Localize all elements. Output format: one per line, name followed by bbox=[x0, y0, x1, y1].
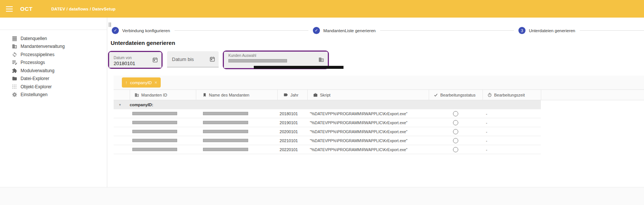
building-icon[interactable] bbox=[318, 57, 324, 62]
column-header-bearbeitungszeit[interactable]: Bearbeitungszeit bbox=[483, 90, 541, 100]
sidebar-item-datenquellen[interactable]: Datenquellen bbox=[0, 34, 107, 43]
sidebar-item-objekt-explorer[interactable]: Objekt-Explorer bbox=[0, 83, 107, 91]
table-row[interactable]: 20200101 "%DATEVPP%\PROGRAMM\RWAPPLIC\Kr… bbox=[114, 127, 541, 136]
redacted-mandanten-id bbox=[132, 121, 177, 124]
sidebar-item-prozesslogs[interactable]: Prozesslogs bbox=[0, 59, 107, 67]
jahr-cell: 20200101 bbox=[277, 129, 307, 134]
skript-cell: "%DATEVPP%\PROGRAMM\RWAPPLIC\KrExport.ex… bbox=[307, 138, 429, 143]
header-filler bbox=[541, 90, 644, 100]
column-label: Jahr bbox=[290, 93, 298, 97]
zeit-cell: - bbox=[483, 147, 541, 152]
rows-icon bbox=[12, 36, 17, 41]
column-header-name-des-mandanten[interactable]: Name des Mandanten bbox=[196, 90, 277, 100]
step-verbindung-konfigurieren[interactable]: ✓ Verbindung konfigurieren bbox=[112, 27, 170, 34]
stopwatch-icon bbox=[487, 93, 492, 97]
column-header-bearbeitungsstatus[interactable]: Bearbeitungsstatus bbox=[429, 90, 483, 100]
status-circle-icon bbox=[453, 147, 458, 152]
group-chip-companyid[interactable]: ↑ companyID × bbox=[122, 77, 161, 88]
sidebar-item-datei-explorer[interactable]: Datei-Explorer bbox=[0, 75, 107, 83]
field-label: Datum von bbox=[114, 56, 152, 60]
app-window: OCT DATEV / dataflows / DatevSetup Daten… bbox=[0, 0, 644, 205]
skript-cell: "%DATEVPP%\PROGRAMM\RWAPPLIC\KrExport.ex… bbox=[307, 129, 429, 134]
calendar-icon[interactable] bbox=[152, 57, 158, 62]
column-header-jahr[interactable]: Jahr bbox=[277, 90, 307, 100]
zeit-cell: - bbox=[483, 138, 541, 143]
redacted-mandanten-id bbox=[132, 112, 177, 115]
redacted-name bbox=[203, 130, 248, 133]
sidebar-item-modulverwaltung[interactable]: Modulverwaltung bbox=[0, 67, 107, 75]
filter-fields: Datum von 20180101 bbox=[108, 51, 644, 69]
step-done-icon: ✓ bbox=[313, 27, 320, 34]
sidebar-item-label: Datei-Explorer bbox=[21, 76, 49, 81]
table-row[interactable]: 20190101 "%DATEVPP%\PROGRAMM\RWAPPLIC\Kr… bbox=[114, 118, 541, 127]
column-label: Bearbeitungszeit bbox=[494, 93, 525, 97]
results-table: ↑ companyID × Mandanten ID Name des Mand… bbox=[114, 76, 644, 154]
sort-asc-icon: ↑ bbox=[125, 80, 127, 85]
puzzle-icon bbox=[12, 68, 17, 73]
table-row[interactable]: 20180101 "%DATEVPP%\PROGRAMM\RWAPPLIC\Kr… bbox=[114, 109, 541, 118]
sidebar-item-einstellungen[interactable]: Einstellungen bbox=[0, 91, 107, 99]
status-circle-icon bbox=[453, 111, 458, 116]
step-mandantenliste-generieren[interactable]: ✓ MandantenListe generieren bbox=[313, 27, 376, 34]
field-value: 20180101 bbox=[114, 61, 152, 66]
redacted-name bbox=[203, 112, 248, 115]
jahr-cell: 20180101 bbox=[277, 111, 307, 116]
column-header-skript[interactable]: Skript bbox=[307, 90, 429, 100]
menu-icon[interactable] bbox=[6, 6, 13, 12]
list-check-icon bbox=[12, 60, 17, 65]
close-icon[interactable]: × bbox=[154, 80, 157, 85]
briefcase-icon bbox=[313, 93, 318, 97]
sidebar-item-prozesspipelines[interactable]: Prozesspipelines bbox=[0, 51, 107, 59]
status-circle-icon bbox=[453, 138, 458, 143]
datum-bis-input[interactable]: Datum bis bbox=[167, 51, 219, 67]
jahr-cell: 20190101 bbox=[277, 120, 307, 125]
column-header-mandanten-id[interactable]: Mandanten ID bbox=[130, 90, 196, 100]
chip-label: companyID bbox=[130, 80, 152, 85]
dot-grid-icon bbox=[12, 84, 17, 89]
bottom-strip bbox=[0, 187, 644, 205]
sidebar-item-label: Prozesspipelines bbox=[21, 52, 55, 57]
stepper: ✓ Verbindung konfigurieren ✓ MandantenLi… bbox=[112, 27, 644, 34]
table-row[interactable]: 20220101 "%DATEVPP%\PROGRAMM\RWAPPLIC\Kr… bbox=[114, 145, 541, 154]
redacted-value bbox=[228, 59, 287, 62]
sidebar-item-label: Datenquellen bbox=[21, 36, 47, 41]
step-unterdateien-generieren[interactable]: 3 Unterdateien generieren bbox=[518, 27, 575, 34]
step-label: MandantenListe generieren bbox=[323, 28, 376, 33]
group-label: companyID: bbox=[130, 102, 196, 107]
skript-cell: "%DATEVPP%\PROGRAMM\RWAPPLIC\KrExport.ex… bbox=[307, 147, 429, 152]
sidebar-item-label: Prozesslogs bbox=[21, 60, 45, 65]
step-label: Verbindung konfigurieren bbox=[122, 28, 170, 33]
collapse-caret-icon[interactable]: ▼ bbox=[114, 103, 130, 107]
sidebar-item-label: Mandantenverwaltung bbox=[21, 44, 65, 49]
table-body: ▼ companyID: 20180101 "%DATEVPP%\PROGRAM… bbox=[114, 100, 541, 154]
sidebar-item-label: Modulverwaltung bbox=[21, 68, 55, 73]
stepper-connector bbox=[175, 30, 308, 31]
datum-von-input[interactable]: Datum von 20180101 bbox=[109, 52, 161, 68]
step-number-badge: 3 bbox=[518, 27, 526, 34]
redacted-name bbox=[203, 148, 248, 151]
check-icon bbox=[434, 93, 438, 97]
field-placeholder: Datum bis bbox=[167, 56, 210, 62]
stepper-connector bbox=[580, 30, 644, 31]
redacted-name bbox=[203, 139, 248, 142]
panel-resize-handle[interactable] bbox=[109, 22, 111, 27]
skript-cell: "%DATEVPP%\PROGRAMM\RWAPPLIC\KrExport.ex… bbox=[307, 111, 429, 116]
column-label: Bearbeitungsstatus bbox=[440, 93, 475, 97]
sidebar-item-mandantenverwaltung[interactable]: Mandantenverwaltung bbox=[0, 43, 107, 51]
table-row[interactable]: 20210101 "%DATEVPP%\PROGRAMM\RWAPPLIC\Kr… bbox=[114, 136, 541, 145]
refresh-icon bbox=[12, 52, 17, 57]
status-circle-icon bbox=[453, 120, 458, 125]
zeit-cell: - bbox=[483, 129, 541, 134]
breadcrumb[interactable]: DATEV / dataflows / DatevSetup bbox=[51, 7, 115, 11]
redacted-mandanten-id bbox=[132, 139, 177, 142]
table-header-row: Mandanten ID Name des Mandanten Jahr Skr… bbox=[114, 90, 644, 100]
annotation-highlight-box: Datum von 20180101 bbox=[108, 51, 163, 69]
main-content: ✓ Verbindung konfigurieren ✓ MandantenLi… bbox=[107, 18, 644, 187]
calendar-icon[interactable] bbox=[210, 56, 215, 62]
app-logo-text: OCT bbox=[20, 6, 33, 12]
group-row-companyid[interactable]: ▼ companyID: bbox=[114, 100, 541, 109]
bookmark-icon bbox=[203, 93, 207, 97]
tag-icon bbox=[283, 92, 288, 97]
grouping-bar: ↑ companyID × bbox=[114, 76, 644, 90]
step-done-icon: ✓ bbox=[112, 27, 119, 34]
